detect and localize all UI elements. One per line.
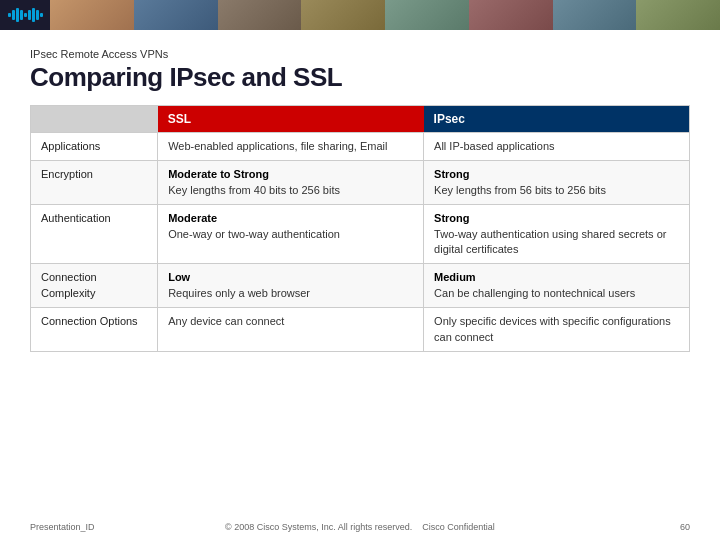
svg-rect-2 [16,8,19,22]
table-header-row: SSL IPsec [31,106,690,133]
table-row: Connection ComplexityLowRequires only a … [31,264,690,308]
cell-feature: Connection Complexity [31,264,158,308]
col-ssl-header: SSL [158,106,424,133]
col-feature-header [31,106,158,133]
table-row: ApplicationsWeb-enabled applications, fi… [31,133,690,161]
cell-feature: Authentication [31,205,158,264]
cell-feature: Applications [31,133,158,161]
cell-ssl: Moderate to StrongKey lengths from 40 bi… [158,161,424,205]
cell-ipsec: StrongTwo-way authentication using share… [424,205,690,264]
cell-feature: Connection Options [31,308,158,352]
main-content: IPsec Remote Access VPNs Comparing IPsec… [0,30,720,362]
svg-rect-8 [40,13,43,17]
svg-rect-5 [28,10,31,20]
cell-ssl: LowRequires only a web browser [158,264,424,308]
svg-rect-6 [32,8,35,22]
cell-ssl: ModerateOne-way or two-way authenticatio… [158,205,424,264]
table-row: AuthenticationModerateOne-way or two-way… [31,205,690,264]
cell-ssl: Any device can connect [158,308,424,352]
cell-ipsec: Only specific devices with specific conf… [424,308,690,352]
cell-ssl: Web-enabled applications, file sharing, … [158,133,424,161]
col-ipsec-header: IPsec [424,106,690,133]
svg-rect-7 [36,10,39,20]
footer-page-number: 60 [610,522,690,532]
svg-rect-1 [12,10,15,20]
footer: Presentation_ID © 2008 Cisco Systems, In… [0,522,720,532]
table-row: EncryptionModerate to StrongKey lengths … [31,161,690,205]
svg-rect-0 [8,13,11,17]
svg-rect-3 [20,10,23,20]
cell-ipsec: StrongKey lengths from 56 bits to 256 bi… [424,161,690,205]
top-bar [0,0,720,30]
subtitle: IPsec Remote Access VPNs [30,48,690,60]
page-title: Comparing IPsec and SSL [30,62,690,93]
cell-ipsec: All IP-based applications [424,133,690,161]
banner-photos [50,0,720,30]
footer-presentation-id: Presentation_ID [30,522,110,532]
comparison-table: SSL IPsec ApplicationsWeb-enabled applic… [30,105,690,352]
cell-ipsec: MediumCan be challenging to nontechnical… [424,264,690,308]
cisco-logo [0,0,50,30]
cell-feature: Encryption [31,161,158,205]
table-row: Connection OptionsAny device can connect… [31,308,690,352]
footer-copyright: © 2008 Cisco Systems, Inc. All rights re… [110,522,610,532]
svg-rect-4 [24,13,27,17]
